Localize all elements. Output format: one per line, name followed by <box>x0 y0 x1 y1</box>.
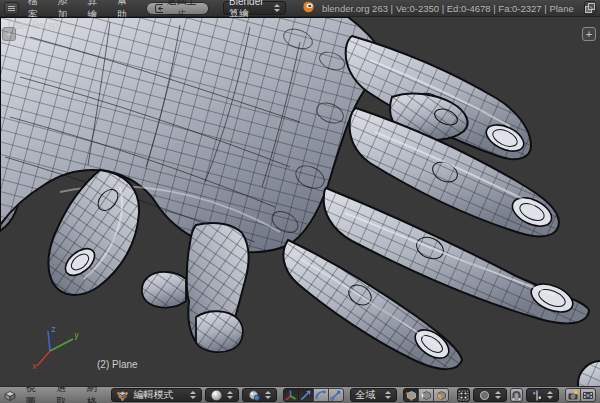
edge-select-button[interactable] <box>418 388 434 402</box>
rotate-manipulator-button[interactable] <box>313 388 329 402</box>
translate-arrow-icon <box>300 390 311 401</box>
window-duplicate-button[interactable] <box>584 1 596 15</box>
render-camera-icon <box>567 390 579 401</box>
axis-y-label: y <box>74 331 79 340</box>
opengl-render-button[interactable] <box>565 388 581 402</box>
axis-z-label: z <box>51 325 56 334</box>
opengl-render-anim-button[interactable] <box>580 388 596 402</box>
back-to-previous-button[interactable]: 返回上一步 <box>146 2 209 15</box>
vertex-select-icon <box>406 390 417 401</box>
limit-selection-visible-button[interactable] <box>457 388 470 402</box>
translate-manipulator-button[interactable] <box>298 388 314 402</box>
face-select-button[interactable] <box>433 388 449 402</box>
proportional-edit-select[interactable] <box>473 388 507 402</box>
editor-type-button-3dview[interactable] <box>4 389 17 402</box>
select-mode-group <box>403 388 449 402</box>
vertex-select-button[interactable] <box>403 388 419 402</box>
active-object-label: (2) Plane <box>97 359 138 370</box>
occlude-geometry-icon <box>458 390 469 401</box>
scale-arrow-icon <box>330 390 341 401</box>
edit-mode-cube-icon <box>117 390 128 401</box>
scale-manipulator-button[interactable] <box>328 388 344 402</box>
dropdown-arrows-icon <box>274 4 280 12</box>
duplicate-window-icon <box>585 3 595 13</box>
dropdown-arrows-icon <box>385 391 391 399</box>
axis-x-label: x <box>32 362 37 370</box>
dropdown-arrows-icon <box>495 391 501 399</box>
pivot-median-icon <box>248 390 260 401</box>
back-window-icon <box>155 4 163 13</box>
pivot-point-select[interactable] <box>242 388 277 402</box>
snap-element-select[interactable] <box>526 388 559 402</box>
dropdown-arrows-icon <box>227 391 233 399</box>
manipulator-toggle-button[interactable] <box>283 388 299 402</box>
properties-expand-button[interactable]: + <box>582 27 596 41</box>
viewport-header: 視圖 選取 網格 編輯模式 <box>0 386 600 403</box>
dropdown-arrows-icon <box>190 391 196 399</box>
snap-increment-icon <box>532 390 542 401</box>
blender-logo-icon <box>302 0 315 17</box>
render-anim-icon <box>582 390 594 401</box>
manipulator-group <box>283 388 344 402</box>
interaction-mode-select[interactable]: 編輯模式 <box>111 388 201 402</box>
proportional-circle-icon <box>479 390 490 401</box>
viewport-shading-select[interactable] <box>205 388 239 402</box>
info-header: 檔案 添加 算繪 幫助 返回上一步 Blender 算繪 blender.org… <box>0 0 600 17</box>
edge-select-icon <box>421 390 432 401</box>
shading-sphere-icon <box>211 390 222 401</box>
opengl-render-group <box>565 388 596 402</box>
editor-type-button[interactable] <box>4 2 19 15</box>
orientation-value: 全域 <box>356 388 376 402</box>
axis-mini-gizmo: z y x <box>30 324 80 370</box>
snap-magnet-icon <box>511 390 522 401</box>
snap-toggle-button[interactable] <box>510 388 523 402</box>
face-select-icon <box>436 390 447 401</box>
dropdown-arrows-icon <box>547 391 553 399</box>
dropdown-arrows-icon <box>265 391 271 399</box>
manipulator-axis-icon <box>285 390 296 401</box>
3d-viewport[interactable]: User Persp + + z y x (2) Plane <box>0 17 600 386</box>
blender-window: 檔案 添加 算繪 幫助 返回上一步 Blender 算繪 blender.org… <box>0 0 600 403</box>
scene-stats-text: blender.org 263 | Ve:0-2350 | Ed:0-4678 … <box>322 3 574 14</box>
transform-orientation-select[interactable]: 全域 <box>350 388 398 402</box>
toolshelf-expand-button[interactable]: + <box>2 27 16 41</box>
rotate-arc-icon <box>315 390 326 401</box>
3d-view-editor-icon <box>4 390 16 401</box>
hand-mesh-model[interactable] <box>0 17 600 386</box>
interaction-mode-value: 編輯模式 <box>133 388 184 402</box>
render-engine-select[interactable]: Blender 算繪 <box>223 1 286 15</box>
